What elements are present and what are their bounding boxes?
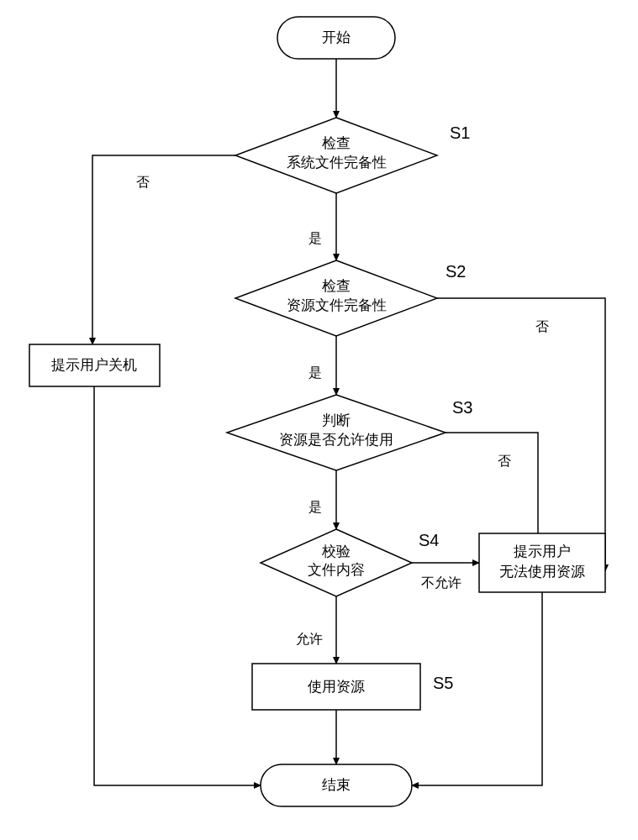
s1-line2: 系统文件完备性 [287, 155, 387, 171]
process-use-resource: 使用资源 S5 [252, 664, 453, 710]
s3-no-text: 否 [498, 454, 511, 468]
edge-cannotuse-end [412, 592, 542, 785]
s4-label: S4 [419, 531, 439, 549]
decision-s3: 判断 资源是否允许使用 S3 [227, 395, 472, 470]
edge-s1-no [92, 155, 235, 344]
s1-label: S1 [450, 123, 470, 142]
s2-line1: 检查 [322, 278, 351, 294]
s1-yes-text: 是 [308, 231, 322, 245]
flowchart: 开始 检查 系统文件完备性 S1 否 提示用户关机 是 检查 资源文件完备性 S… [0, 0, 638, 840]
start-node: 开始 [277, 17, 395, 59]
decision-s2: 检查 资源文件完备性 S2 [235, 260, 466, 336]
process-shutdown: 提示用户关机 [29, 344, 160, 386]
cannot-use-line2: 无法使用资源 [499, 564, 585, 580]
shutdown-text: 提示用户关机 [51, 357, 137, 373]
end-text: 结束 [322, 777, 351, 793]
s3-label: S3 [452, 398, 472, 417]
s2-no-text: 否 [535, 319, 549, 333]
s4-line1: 校验 [321, 543, 351, 559]
use-resource-text: 使用资源 [308, 679, 365, 695]
s3-yes-text: 是 [308, 500, 322, 514]
svg-rect-6 [479, 533, 605, 592]
s4-notallow-text: 不允许 [421, 575, 461, 590]
edge-s3-no [446, 433, 538, 546]
s2-line2: 资源文件完备性 [287, 297, 387, 313]
s3-line1: 判断 [322, 412, 351, 428]
process-cannot-use: 提示用户 无法使用资源 [479, 533, 605, 592]
s1-no-text: 否 [136, 175, 150, 189]
edge-shutdown-end [94, 386, 261, 785]
s1-line1: 检查 [322, 135, 351, 151]
cannot-use-line1: 提示用户 [514, 543, 571, 559]
s2-yes-text: 是 [308, 365, 322, 380]
s5-label: S5 [433, 674, 453, 692]
s4-line2: 文件内容 [308, 562, 365, 578]
s3-line2: 资源是否允许使用 [279, 432, 393, 448]
end-node: 结束 [261, 764, 412, 806]
start-text: 开始 [322, 29, 351, 45]
decision-s1: 检查 系统文件完备性 S1 [235, 118, 470, 193]
s2-label: S2 [446, 262, 466, 281]
s4-allow-text: 允许 [296, 632, 323, 646]
edge-s2-no [437, 298, 605, 571]
